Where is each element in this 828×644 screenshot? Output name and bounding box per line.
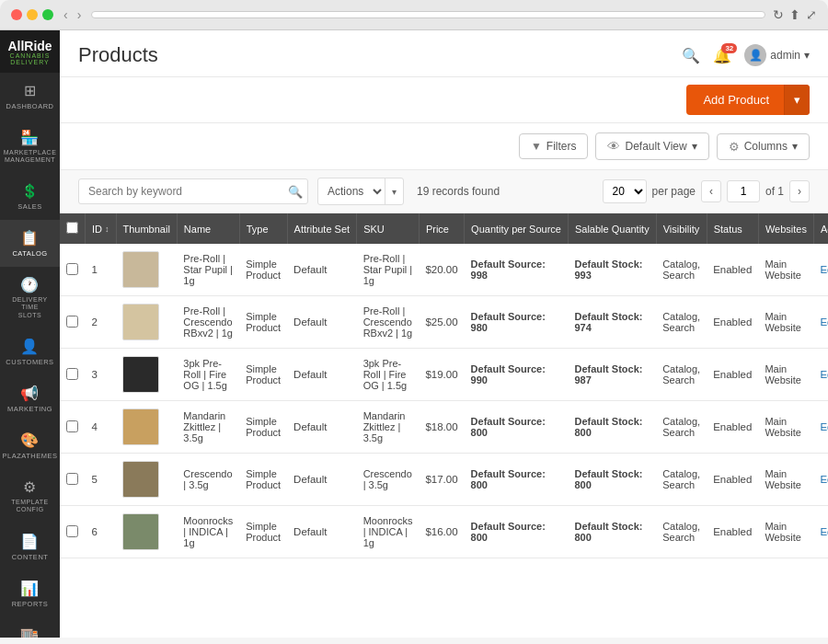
- row-status: Enabled: [707, 454, 758, 506]
- attribute-set-column-header: Attribute Set: [287, 213, 357, 244]
- row-salable-qty: Default Stock: 800: [568, 401, 656, 454]
- salable-qty-column-header: Salable Quantity: [568, 213, 656, 244]
- filters-label: Filters: [546, 140, 577, 153]
- sidebar-label-sales: Sales: [17, 202, 42, 211]
- maximize-button[interactable]: [42, 9, 53, 20]
- thumbnail-image: [122, 408, 159, 445]
- row-checkbox[interactable]: [66, 420, 78, 432]
- row-checkbox[interactable]: [66, 473, 78, 485]
- logo-text: AllRide: [7, 40, 52, 52]
- products-table: ID ↕ Thumbnail Name Type Attribute Set S…: [60, 213, 828, 558]
- filters-button[interactable]: ▼ Filters: [519, 133, 589, 159]
- row-websites: Main Website: [758, 349, 813, 401]
- row-qty-source: Default Source: 998: [465, 244, 569, 296]
- sidebar-item-dashboard[interactable]: ⊞ Dashboard: [0, 73, 60, 120]
- default-view-label: Default View: [625, 140, 686, 153]
- sidebar-item-delivery[interactable]: 🕐 Delivery TimeSlots: [0, 267, 60, 328]
- row-name: 3pk Pre-Roll | Fire OG | 1.5g: [177, 349, 239, 401]
- row-salable-qty: Default Stock: 993: [568, 244, 656, 296]
- sidebar-item-content[interactable]: 📄 Content: [0, 523, 60, 570]
- notification-button[interactable]: 🔔 32: [713, 47, 731, 64]
- address-bar[interactable]: [91, 11, 765, 18]
- row-qty-source: Default Source: 980: [465, 296, 569, 349]
- sidebar-item-customers[interactable]: 👤 Customers: [0, 328, 60, 375]
- row-id: 1: [86, 244, 117, 296]
- close-button[interactable]: [11, 9, 22, 20]
- table-row: 3 3pk Pre-Roll | Fire OG | 1.5g Simple P…: [60, 349, 828, 401]
- id-column-header[interactable]: ID ↕: [86, 213, 117, 244]
- thumbnail-image: [122, 461, 159, 498]
- sidebar-item-sales[interactable]: 💲 Sales: [0, 174, 60, 220]
- search-submit-button[interactable]: 🔍: [288, 185, 303, 199]
- edit-button[interactable]: Edit: [820, 474, 828, 485]
- type-column-header: Type: [239, 213, 287, 244]
- search-input[interactable]: [78, 178, 308, 204]
- select-all-checkbox[interactable]: [66, 222, 78, 234]
- row-visibility: Catalog, Search: [656, 506, 707, 558]
- fullscreen-button[interactable]: ⤢: [806, 7, 817, 22]
- row-qty-source: Default Source: 800: [465, 401, 569, 454]
- sidebar-item-marketplace[interactable]: 🏪 MarketplaceManagement: [0, 120, 60, 174]
- thumbnail-column-header: Thumbnail: [116, 213, 177, 244]
- row-type: Simple Product: [239, 244, 287, 296]
- edit-button[interactable]: Edit: [820, 316, 828, 328]
- row-checkbox[interactable]: [66, 263, 78, 275]
- actions-select[interactable]: Actions: [318, 179, 385, 203]
- edit-button[interactable]: Edit: [820, 264, 828, 275]
- filter-bar: ▼ Filters 👁 Default View ▾ ⚙ Columns ▾: [60, 123, 828, 170]
- page-input[interactable]: [727, 180, 760, 202]
- user-menu-button[interactable]: 👤 admin ▾: [744, 44, 810, 66]
- funnel-icon: ▼: [531, 140, 542, 153]
- edit-button[interactable]: Edit: [820, 369, 828, 380]
- row-type: Simple Product: [239, 454, 287, 506]
- sidebar-item-plazathemes[interactable]: 🎨 PlazaThemes: [0, 422, 60, 469]
- prev-page-button[interactable]: ‹: [701, 180, 721, 202]
- chevron-down-icon: ▾: [792, 140, 798, 153]
- sidebar-item-template[interactable]: ⚙ TemplateConfig: [0, 469, 60, 523]
- row-id: 5: [86, 454, 117, 506]
- websites-column-header: Websites: [758, 213, 813, 244]
- row-checkbox[interactable]: [66, 368, 78, 380]
- columns-label: Columns: [744, 140, 788, 153]
- next-page-button[interactable]: ›: [789, 180, 810, 202]
- row-qty-source: Default Source: 800: [465, 454, 569, 506]
- customers-icon: 👤: [20, 338, 40, 355]
- main-content: Products 🔍 🔔 32 👤 admin ▾ Add Product ▾: [60, 30, 828, 638]
- row-visibility: Catalog, Search: [656, 401, 707, 454]
- minimize-button[interactable]: [27, 9, 38, 20]
- sidebar-item-stores[interactable]: 🏬 Stores: [0, 617, 60, 638]
- share-button[interactable]: ⬆: [789, 7, 800, 22]
- row-action: Edit: [813, 349, 828, 401]
- sidebar-item-marketing[interactable]: 📢 Marketing: [0, 375, 60, 422]
- row-action: Edit: [813, 244, 828, 296]
- table-row: 6 Moonrocks | INDICA | 1g Simple Product…: [60, 506, 828, 558]
- add-product-dropdown-arrow[interactable]: ▾: [784, 85, 810, 115]
- thumbnail-image: [122, 513, 159, 550]
- add-product-button[interactable]: Add Product ▾: [686, 85, 810, 115]
- row-checkbox[interactable]: [66, 316, 78, 328]
- row-checkbox[interactable]: [66, 525, 78, 537]
- forward-button[interactable]: ›: [75, 7, 85, 22]
- row-action: Edit: [813, 506, 828, 558]
- row-name: Pre-Roll | Crescendo RBxv2 | 1g: [177, 296, 239, 349]
- sidebar-item-catalog[interactable]: 📋 Catalog: [0, 220, 60, 267]
- header-search-button[interactable]: 🔍: [682, 47, 700, 64]
- row-sku: Crescendo | 3.5g: [357, 454, 420, 506]
- per-page-select[interactable]: 20: [603, 179, 647, 203]
- thumbnail-image: [122, 304, 159, 340]
- columns-button[interactable]: ⚙ Columns ▾: [717, 133, 810, 160]
- row-status: Enabled: [707, 506, 758, 558]
- edit-button[interactable]: Edit: [820, 526, 828, 537]
- row-action: Edit: [813, 401, 828, 454]
- table-header-row: ID ↕ Thumbnail Name Type Attribute Set S…: [60, 213, 828, 244]
- default-view-button[interactable]: 👁 Default View ▾: [595, 132, 708, 160]
- row-status: Enabled: [707, 349, 758, 401]
- back-button[interactable]: ‹: [61, 7, 71, 22]
- reload-button[interactable]: ↻: [773, 7, 784, 22]
- logo: AllRide CANNABIS DELIVERY: [0, 30, 60, 73]
- edit-button[interactable]: Edit: [820, 421, 828, 432]
- sidebar-item-reports[interactable]: 📊 Reports: [0, 570, 60, 617]
- search-actions-bar: 🔍 Actions ▾ 19 records found 20 per page…: [60, 170, 828, 213]
- name-column-header[interactable]: Name: [177, 213, 239, 244]
- table-row: 5 Crescendo | 3.5g Simple Product Defaul…: [60, 454, 828, 506]
